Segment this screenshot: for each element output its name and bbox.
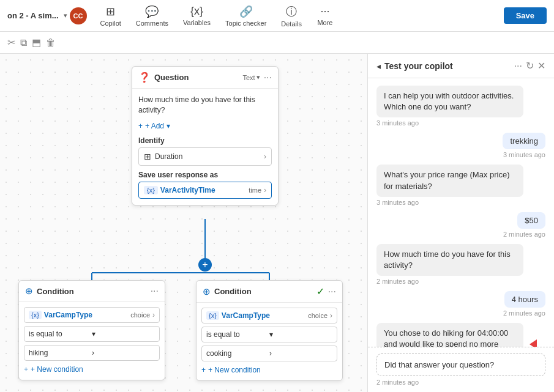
save-button[interactable]: Save xyxy=(504,7,547,24)
chat-time-5: 2 minutes ago xyxy=(376,278,419,285)
save-response-field[interactable]: {x} VarActivityTime time › xyxy=(138,182,272,199)
condition-right-more-icon[interactable]: ··· xyxy=(328,286,336,297)
condition-right-new-label: + New condition xyxy=(208,366,261,374)
test-more-button[interactable]: ··· xyxy=(514,61,522,72)
toolbar-comments[interactable]: 💬 Comments xyxy=(130,2,174,29)
delete-icon[interactable]: 🗑 xyxy=(46,37,56,48)
copilot-icon: ⊞ xyxy=(106,5,115,18)
add-node-button[interactable]: + xyxy=(198,258,212,272)
plus-icon: + xyxy=(138,122,143,130)
test-refresh-button[interactable]: ↻ xyxy=(526,60,534,72)
condition-right-title: Condition xyxy=(214,287,313,296)
condition-right-new[interactable]: + + New condition xyxy=(201,364,337,375)
toolbar-title: on 2 - A sim... xyxy=(7,11,59,20)
test-input-area: Did that answer your question? 2 minutes… xyxy=(368,347,554,392)
identify-chevron-icon: › xyxy=(264,152,266,161)
toolbar-details[interactable]: ⓘ Details xyxy=(275,2,308,30)
condition-left-operator[interactable]: is equal to ▾ xyxy=(24,326,160,342)
calendar-icon: ⊞ xyxy=(144,152,151,161)
chat-message-7: You chose to do hiking for 04:00:00 and … xyxy=(376,323,545,347)
condition-right-var-name: VarCampType xyxy=(222,311,305,320)
condition-left-var-badge: {x} xyxy=(29,311,42,319)
add-button[interactable]: + + Add ▾ xyxy=(138,120,272,131)
chat-time-6: 2 minutes ago xyxy=(503,309,545,317)
question-node-header: ❓ Question Text ▾ ··· xyxy=(132,67,278,89)
toolbar-chevron-icon[interactable]: ▾ xyxy=(64,12,67,20)
condition-right-var-row[interactable]: {x} VarCampType choice › xyxy=(201,308,337,324)
chat-time-3: 3 minutes ago xyxy=(376,199,419,206)
condition-left-new[interactable]: + + New condition xyxy=(24,364,160,375)
condition-left-value-label: hiking xyxy=(29,349,92,357)
chat-bubble-user-6: 4 hours xyxy=(504,291,545,308)
add-label: + Add xyxy=(145,122,164,130)
condition-node-right: ⊕ Condition ✓ ··· {x} VarCampType choice… xyxy=(196,280,343,381)
variables-icon: {x} xyxy=(190,5,203,18)
topic-checker-label: Topic checker xyxy=(225,20,266,27)
condition-right-operator[interactable]: is equal to ▾ xyxy=(201,327,337,342)
chat-message-5: How much time do you have for this activ… xyxy=(376,244,545,285)
condition-left-title: Condition xyxy=(37,287,147,296)
condition-left-body: {x} VarCampType choice › is equal to ▾ h… xyxy=(19,302,165,380)
comments-label: Comments xyxy=(136,20,168,27)
plus-button-middle[interactable]: + xyxy=(198,258,212,272)
comments-icon: 💬 xyxy=(145,5,159,18)
test-panel: ◂ Test your copilot ··· ↻ ✕ I can help y… xyxy=(367,54,554,392)
identify-value: Duration xyxy=(155,152,260,161)
chat-bubble-bot-3: What's your price range (Max price) for … xyxy=(376,165,523,196)
question-node-title: Question xyxy=(154,73,239,82)
condition-right-value[interactable]: cooking › xyxy=(201,346,337,361)
condition-right-body: {x} VarCampType choice › is equal to ▾ c… xyxy=(197,303,342,380)
chat-time-1: 3 minutes ago xyxy=(376,119,419,127)
condition-right-icon: ⊕ xyxy=(203,286,211,297)
topic-checker-icon: 🔗 xyxy=(239,5,253,18)
condition-left-var-name: VarCampType xyxy=(44,311,128,319)
condition-right-operator-chevron-icon: ▾ xyxy=(269,330,332,339)
condition-left-operator-chevron-icon: ▾ xyxy=(92,330,155,338)
toolbar-copilot[interactable]: ⊞ Copilot xyxy=(94,2,127,29)
more-label: More xyxy=(317,19,332,26)
var-name: VarActivityTime xyxy=(160,186,246,194)
var-type: time xyxy=(249,187,261,194)
test-panel-header: ◂ Test your copilot ··· ↻ ✕ xyxy=(368,54,554,78)
test-close-button[interactable]: ✕ xyxy=(537,60,545,72)
chat-message-3: What's your price range (Max price) for … xyxy=(376,165,545,205)
toolbar-topic-checker[interactable]: 🔗 Topic checker xyxy=(219,2,272,29)
question-type[interactable]: Text ▾ xyxy=(242,73,260,81)
condition-left-value[interactable]: hiking › xyxy=(24,345,160,361)
condition-right-check-icon: ✓ xyxy=(316,286,324,297)
condition-right-chevron-icon: › xyxy=(330,311,332,320)
test-expand-icon[interactable]: ◂ xyxy=(376,61,381,71)
toolbar-avatar[interactable]: CC xyxy=(70,7,87,24)
question-more-icon[interactable]: ··· xyxy=(264,72,272,83)
chat-arrow-container: You chose to do hiking for 04:00:00 and … xyxy=(376,323,537,347)
chat-bubble-bot-5: How much time do you have for this activ… xyxy=(376,244,523,276)
condition-right-value-chevron-icon: › xyxy=(269,349,332,358)
main-area: ❓ Question Text ▾ ··· How much time do y… xyxy=(0,54,554,392)
condition-right-operator-label: is equal to xyxy=(206,330,269,339)
save-response-label: Save user response as xyxy=(138,171,272,179)
chat-message-4: $50 2 minutes ago xyxy=(376,212,545,238)
copy-icon[interactable]: ⧉ xyxy=(20,37,27,48)
identify-label: Identify xyxy=(138,136,272,145)
add-chevron-icon: ▾ xyxy=(167,122,170,130)
details-label: Details xyxy=(281,20,302,28)
condition-left-more-icon[interactable]: ··· xyxy=(151,286,159,297)
chat-bubble-bot-1: I can help you with outdoor activities. … xyxy=(376,86,523,117)
condition-left-value-chevron-icon: › xyxy=(92,349,155,357)
question-node-body: How much time do you have for this activ… xyxy=(132,89,278,205)
condition-left-plus-icon: + xyxy=(24,365,28,374)
toolbar-variables[interactable]: {x} Variables xyxy=(177,2,217,29)
question-type-label: Text xyxy=(242,74,255,81)
canvas[interactable]: ❓ Question Text ▾ ··· How much time do y… xyxy=(0,54,367,392)
condition-left-new-label: + New condition xyxy=(31,365,83,374)
save-chevron-icon: › xyxy=(264,186,266,194)
details-icon: ⓘ xyxy=(286,4,297,19)
paste-icon[interactable]: ⬒ xyxy=(32,37,41,48)
toolbar-more[interactable]: ··· More xyxy=(310,2,340,29)
identify-field[interactable]: ⊞ Duration › xyxy=(138,147,272,166)
condition-left-var-type: choice xyxy=(130,311,150,319)
condition-left-var-row[interactable]: {x} VarCampType choice › xyxy=(24,307,160,323)
cut-icon[interactable]: ✂ xyxy=(7,37,15,48)
test-panel-title: Test your copilot xyxy=(384,61,511,71)
var-badge: {x} xyxy=(144,186,158,194)
